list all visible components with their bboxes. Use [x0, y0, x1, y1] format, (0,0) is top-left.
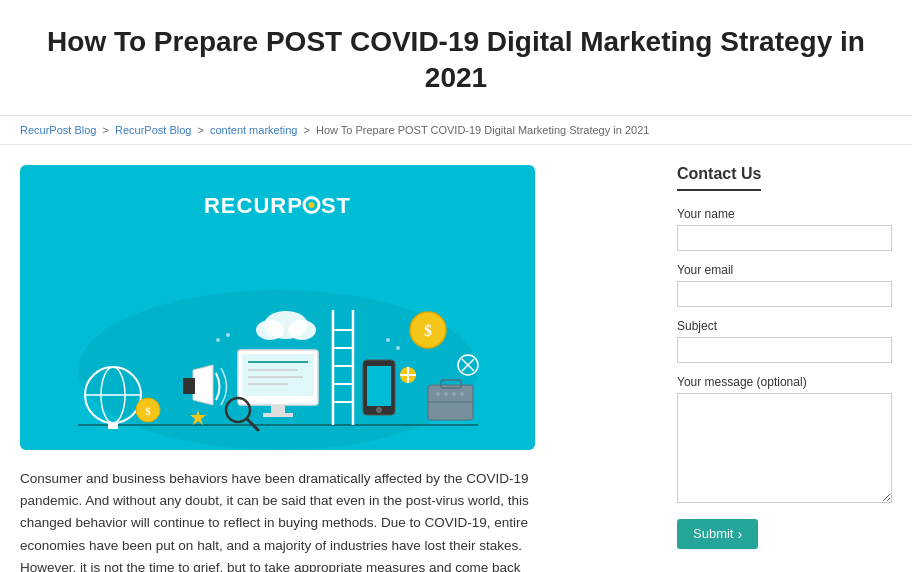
hero-image: RECURPST — [20, 165, 535, 450]
svg-point-49 — [386, 338, 390, 342]
title-area: How To Prepare POST COVID-19 Digital Mar… — [0, 0, 912, 116]
breadcrumb-link-1[interactable]: RecurPost Blog — [20, 124, 96, 136]
contact-us-section: Contact Us Your name Your email Subject — [677, 165, 892, 549]
arrow-icon: › — [737, 526, 742, 542]
subject-field: Subject — [677, 319, 892, 363]
illustration-area: $ — [20, 225, 535, 450]
logo-o-icon — [303, 196, 321, 214]
svg-point-35 — [444, 392, 448, 396]
contact-us-title: Contact Us — [677, 165, 761, 191]
article-body: Consumer and business behaviors have bee… — [20, 468, 535, 572]
svg-rect-9 — [183, 378, 195, 394]
svg-point-41 — [288, 320, 316, 340]
breadcrumb-sep-3: > — [303, 124, 312, 136]
breadcrumb-link-3[interactable]: content marketing — [210, 124, 297, 136]
breadcrumb-sep-2: > — [197, 124, 206, 136]
svg-text:$: $ — [424, 322, 432, 339]
article-paragraph: Consumer and business behaviors have bee… — [20, 468, 535, 572]
svg-marker-8 — [193, 365, 213, 405]
recurpost-logo: RECURPST — [204, 193, 351, 219]
subject-label: Subject — [677, 319, 892, 333]
svg-point-40 — [256, 320, 284, 340]
svg-rect-16 — [271, 405, 285, 413]
logo-text: RECURPST — [204, 193, 351, 219]
name-field: Your name — [677, 207, 892, 251]
subject-input[interactable] — [677, 337, 892, 363]
message-textarea[interactable] — [677, 393, 892, 503]
breadcrumb-link-2[interactable]: RecurPost Blog — [115, 124, 191, 136]
svg-point-47 — [216, 338, 220, 342]
svg-rect-11 — [242, 354, 314, 396]
page-wrapper: How To Prepare POST COVID-19 Digital Mar… — [0, 0, 912, 572]
email-label: Your email — [677, 263, 892, 277]
right-sidebar: Contact Us Your name Your email Subject — [677, 165, 892, 572]
submit-button[interactable]: Submit › — [677, 519, 758, 549]
page-title: How To Prepare POST COVID-19 Digital Mar… — [40, 24, 872, 97]
left-content: RECURPST — [20, 165, 647, 572]
svg-point-36 — [452, 392, 456, 396]
svg-rect-5 — [108, 423, 118, 429]
svg-point-34 — [436, 392, 440, 396]
svg-point-50 — [396, 346, 400, 350]
svg-point-37 — [460, 392, 464, 396]
breadcrumb: RecurPost Blog > RecurPost Blog > conten… — [0, 116, 912, 145]
name-input[interactable] — [677, 225, 892, 251]
message-field: Your message (optional) — [677, 375, 892, 507]
breadcrumb-sep-1: > — [103, 124, 112, 136]
illustration-svg: $ — [38, 240, 518, 450]
svg-rect-17 — [263, 413, 293, 417]
email-input[interactable] — [677, 281, 892, 307]
contact-form: Your name Your email Subject Your messag… — [677, 207, 892, 549]
breadcrumb-current: How To Prepare POST COVID-19 Digital Mar… — [316, 124, 649, 136]
submit-label: Submit — [693, 526, 733, 541]
svg-text:$: $ — [145, 405, 151, 417]
svg-point-48 — [226, 333, 230, 337]
svg-point-27 — [376, 407, 382, 413]
main-layout: RECURPST — [0, 145, 912, 572]
svg-rect-26 — [367, 366, 391, 406]
article-text: Consumer and business behaviors have bee… — [20, 471, 529, 572]
email-field: Your email — [677, 263, 892, 307]
message-label: Your message (optional) — [677, 375, 892, 389]
name-label: Your name — [677, 207, 892, 221]
